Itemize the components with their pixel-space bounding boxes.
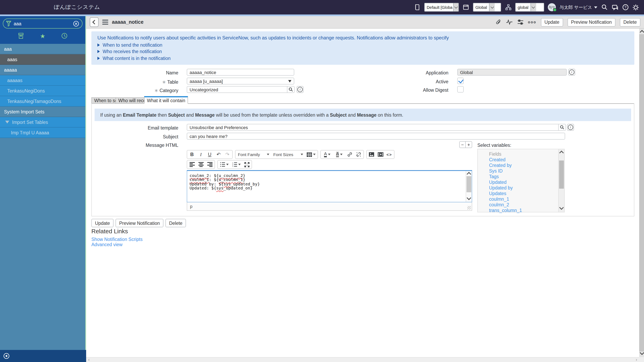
update-set-picker[interactable]: Default [Globa xyxy=(424,3,459,12)
chat-icon[interactable] xyxy=(612,4,618,11)
sidebar-item-aaaaas[interactable]: aaaaas xyxy=(0,75,85,86)
sidebar-item-system-import-sets[interactable]: System Import Sets xyxy=(0,107,85,117)
align-center-icon[interactable] xyxy=(196,160,205,169)
update-button-bottom[interactable]: Update xyxy=(91,219,114,227)
bold-icon[interactable]: B xyxy=(188,150,196,158)
user-menu[interactable]: 与太郎 サービス xyxy=(560,4,597,10)
variable-link[interactable]: trans_column_1 xyxy=(478,208,564,213)
variable-link[interactable]: Updates xyxy=(478,191,564,196)
variable-link[interactable]: Created xyxy=(478,157,564,162)
history-tab[interactable] xyxy=(61,32,68,39)
sidebar-item-imp-tmpl-u-aaaaa[interactable]: Imp Tmpl U Aaaaa xyxy=(0,127,85,138)
application-info-icon[interactable]: i xyxy=(568,69,575,76)
variable-link[interactable]: Tags xyxy=(478,174,564,179)
category-field[interactable]: Uncategorized xyxy=(187,86,288,93)
subject-field[interactable]: can you heare me? xyxy=(187,133,565,140)
scroll-down-icon[interactable] xyxy=(559,205,564,210)
sidebar-search[interactable]: aaa xyxy=(3,18,82,28)
page-scroll-thumb[interactable] xyxy=(639,34,644,352)
preview-notification-button[interactable]: Preview Notification xyxy=(568,18,616,26)
align-left-icon[interactable] xyxy=(188,160,196,169)
domain-icon[interactable] xyxy=(505,4,512,11)
shrink-editor-button[interactable]: − xyxy=(459,141,466,148)
back-button[interactable] xyxy=(90,17,98,27)
all-applications-tab[interactable] xyxy=(18,32,24,39)
update-button[interactable]: Update xyxy=(541,18,563,26)
name-field[interactable]: aaaaa_notice xyxy=(187,69,294,76)
category-lookup-icon[interactable] xyxy=(288,86,295,93)
attachment-icon[interactable] xyxy=(495,19,501,25)
scroll-right-icon[interactable]: › xyxy=(636,358,637,362)
update-set-icon[interactable] xyxy=(414,4,420,11)
sidebar-item-import-set-tables[interactable]: Import Set Tables xyxy=(0,117,85,127)
variable-link[interactable]: Updated xyxy=(478,179,564,185)
variables-scrollbar[interactable] xyxy=(558,149,564,212)
variable-link[interactable]: coulmn_1 xyxy=(478,196,564,202)
allow-digest-checkbox[interactable] xyxy=(457,86,464,92)
table-icon[interactable] xyxy=(305,150,317,158)
category-info-icon[interactable]: i xyxy=(297,86,304,93)
sidebar-item-aaa[interactable]: aaa xyxy=(0,44,85,54)
scroll-up-icon[interactable] xyxy=(640,30,644,34)
more-options-icon[interactable]: ooo xyxy=(528,20,536,24)
numbered-list-icon[interactable]: 123 xyxy=(230,160,242,169)
text-color-icon[interactable]: A xyxy=(321,150,333,158)
help-icon[interactable]: ? xyxy=(622,4,629,11)
domain-picker-arrow[interactable] xyxy=(530,3,536,11)
insert-link-icon[interactable] xyxy=(345,150,354,158)
domain-picker[interactable]: global xyxy=(515,3,544,12)
form-context-menu-icon[interactable] xyxy=(102,20,108,25)
email-template-info-icon[interactable]: i xyxy=(567,124,574,131)
application-picker[interactable]: Global xyxy=(473,3,501,12)
page-horizontal-scrollbar[interactable]: ‹ › xyxy=(86,357,639,362)
editor-content[interactable]: coulmn_2: ${u_coulmn_2} coulmn_1: ${u_co… xyxy=(187,170,472,202)
sidebar-item-aaaaa[interactable]: aaaaa xyxy=(0,65,85,75)
show-notification-scripts-link[interactable]: Show Notification Scripts xyxy=(91,237,142,242)
advanced-view-link[interactable]: Advanced view xyxy=(91,242,122,247)
preview-notification-button-bottom[interactable]: Preview Notification xyxy=(116,219,164,227)
application-picker-arrow[interactable] xyxy=(489,3,495,11)
editor-scrollbar[interactable] xyxy=(466,171,472,202)
variable-link[interactable]: coulmn_2 xyxy=(478,202,564,208)
font-family-select[interactable]: Font Family xyxy=(236,150,271,158)
gear-icon[interactable] xyxy=(632,4,639,11)
avatar[interactable]: 与サ xyxy=(548,3,556,11)
activity-icon[interactable] xyxy=(506,19,512,25)
bullet-list-icon[interactable] xyxy=(218,160,230,169)
grow-editor-button[interactable]: + xyxy=(466,141,472,148)
align-right-icon[interactable] xyxy=(205,160,214,169)
sidebar-item-tenkasunegitamagodons[interactable]: TenkasuNegiTamagoDons xyxy=(0,96,85,107)
underline-icon[interactable]: U xyxy=(205,150,214,158)
resize-grip[interactable] xyxy=(467,206,471,210)
fullscreen-icon[interactable] xyxy=(242,160,251,169)
background-color-icon[interactable]: A xyxy=(333,150,345,158)
tab-what-it-will-contain[interactable]: What it will contain xyxy=(144,96,188,104)
clear-search-icon[interactable] xyxy=(73,20,79,27)
insert-video-icon[interactable] xyxy=(376,150,385,158)
scroll-down-icon[interactable] xyxy=(467,196,471,200)
variable-link[interactable]: Updated by xyxy=(478,185,564,191)
application-icon[interactable] xyxy=(462,4,469,11)
remove-link-icon[interactable] xyxy=(354,150,363,158)
scroll-up-icon[interactable] xyxy=(559,151,564,155)
source-code-icon[interactable]: <> xyxy=(385,150,394,158)
delete-button[interactable]: Delete xyxy=(620,18,640,26)
variables-scroll-thumb[interactable] xyxy=(559,160,564,189)
search-icon[interactable] xyxy=(601,4,608,11)
sidebar-item-aaas[interactable]: aaas xyxy=(0,54,85,65)
collapse-sidebar-icon[interactable] xyxy=(3,353,10,359)
page-vertical-scrollbar[interactable] xyxy=(639,28,644,357)
redo-icon[interactable]: ↷ xyxy=(223,150,232,158)
email-template-lookup-icon[interactable] xyxy=(559,124,566,131)
scroll-left-icon[interactable]: ‹ xyxy=(88,358,90,362)
variable-link[interactable]: Created by xyxy=(478,162,564,168)
email-template-field[interactable]: Unsubscribe and Preferences xyxy=(187,124,559,131)
editor-scroll-thumb[interactable] xyxy=(466,176,471,192)
font-sizes-select[interactable]: Font Sizes xyxy=(271,150,305,158)
favorites-tab[interactable]: ★ xyxy=(40,33,46,39)
variable-link[interactable]: Sys ID xyxy=(478,168,564,174)
update-set-picker-arrow[interactable] xyxy=(453,3,459,11)
scroll-up-icon[interactable] xyxy=(467,172,471,177)
personalize-form-icon[interactable] xyxy=(517,19,524,25)
delete-button-bottom[interactable]: Delete xyxy=(166,219,186,227)
